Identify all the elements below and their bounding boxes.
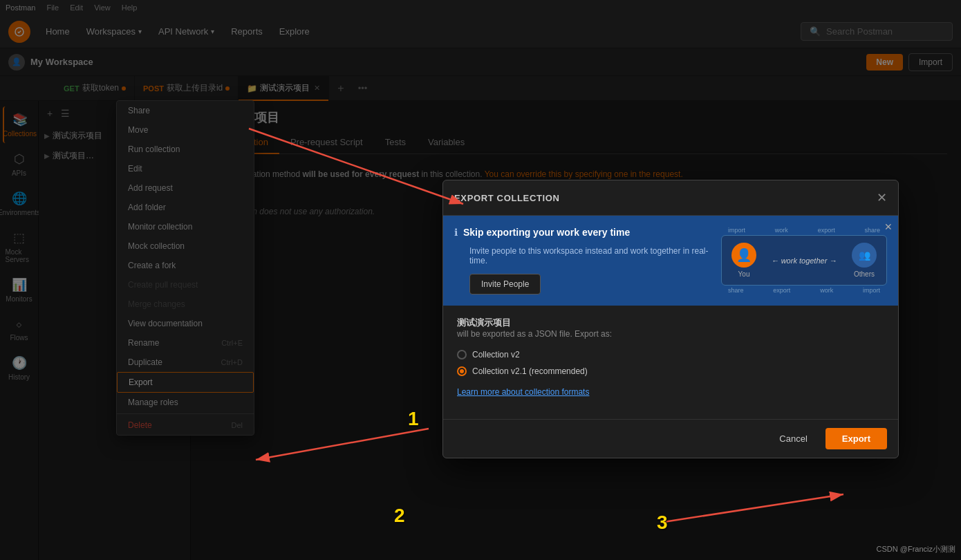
cancel-button[interactable]: Cancel: [768, 429, 818, 449]
skip-banner-text: ℹ Skip exporting your work every time In…: [454, 227, 710, 295]
others-node: 👥 Others: [852, 243, 877, 278]
export-collection-name: 测试演示项目: [457, 317, 884, 329]
radio-collection-v2[interactable]: Collection v2: [457, 350, 884, 360]
skip-banner-subtitle: Invite people to this workspace instead …: [454, 246, 710, 265]
flow-label-export-top: export: [818, 227, 835, 234]
dialog-title-bar: EXPORT COLLECTION ✕: [443, 180, 898, 216]
work-together-label: ← work together →: [765, 256, 843, 265]
flow-label-work-bottom: work: [820, 287, 833, 294]
annotation-number-2: 2: [394, 505, 405, 527]
radio-label-v2: Collection v2: [472, 350, 520, 360]
radio-label-v21: Collection v2.1 (recommended): [472, 366, 588, 376]
you-node: 👤 You: [731, 243, 756, 278]
others-avatar: 👥: [852, 243, 877, 268]
export-button[interactable]: Export: [825, 428, 887, 449]
you-avatar: 👤: [731, 243, 756, 268]
learn-more-link[interactable]: Learn more about collection formats: [457, 387, 884, 397]
flow-label-import-bottom: import: [863, 287, 880, 294]
radio-dot-v2: [457, 350, 467, 360]
export-format-options: Collection v2 Collection v2.1 (recommend…: [457, 350, 884, 376]
info-icon: ℹ: [454, 227, 458, 238]
work-together-diagram: import work export share 👤 You ← work to…: [721, 227, 887, 295]
invite-people-button[interactable]: Invite People: [469, 274, 541, 295]
export-form: 测试演示项目 will be exported as a JSON file. …: [443, 306, 898, 419]
flow-label-import-top: import: [728, 227, 745, 234]
dialog-title: EXPORT COLLECTION: [454, 193, 560, 203]
flow-label-share-top: share: [864, 227, 880, 234]
annotation-number-1: 1: [408, 408, 419, 430]
skip-banner-title: Skip exporting your work every time: [463, 227, 630, 238]
watermark: CSDN @Franciz小测测: [877, 544, 955, 554]
flow-label-share-bottom: share: [728, 287, 744, 294]
others-label: Others: [854, 270, 875, 278]
flow-label-export-bottom: export: [773, 287, 790, 294]
dialog-footer: Cancel Export: [443, 419, 898, 458]
export-subtitle: will be exported as a JSON file. Export …: [457, 329, 884, 339]
annotation-number-3: 3: [657, 512, 668, 534]
skip-export-banner: ✕ ℹ Skip exporting your work every time …: [443, 216, 898, 306]
you-label: You: [738, 270, 750, 278]
radio-dot-v21: [457, 366, 467, 376]
export-dialog: EXPORT COLLECTION ✕ ✕ ℹ Skip exporting y…: [442, 180, 899, 458]
dialog-close-button[interactable]: ✕: [877, 190, 887, 205]
radio-collection-v21[interactable]: Collection v2.1 (recommended): [457, 366, 884, 376]
skip-banner-close-button[interactable]: ✕: [884, 221, 893, 232]
flow-label-work-top: work: [775, 227, 788, 234]
